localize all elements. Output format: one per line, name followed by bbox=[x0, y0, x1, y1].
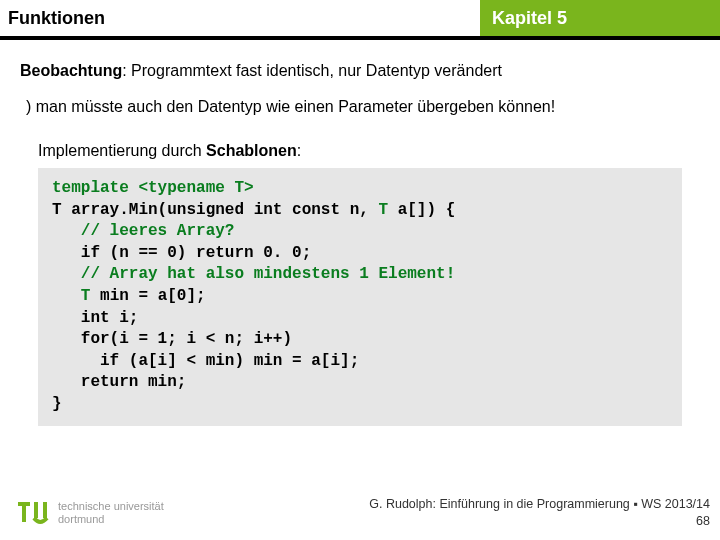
uni-line1: technische universität bbox=[58, 500, 164, 513]
code-l10: return min; bbox=[52, 373, 186, 391]
code-l3: // leeres Array? bbox=[52, 222, 234, 240]
svg-rect-1 bbox=[22, 502, 26, 522]
code-l11: } bbox=[52, 395, 62, 413]
observation-line: Beobachtung: Programmtext fast identisch… bbox=[20, 62, 700, 80]
university-logo: technische universität dortmund bbox=[16, 496, 164, 530]
code-l9: if (a[i] < min) min = a[i]; bbox=[52, 352, 359, 370]
page-number: 68 bbox=[369, 513, 710, 530]
code-l5: // Array hat also mindestens 1 Element! bbox=[52, 265, 455, 283]
code-l6b: T bbox=[81, 287, 91, 305]
header-topic: Funktionen bbox=[8, 8, 105, 29]
university-name: technische universität dortmund bbox=[58, 500, 164, 525]
code-l2a: T array.Min(unsigned int const n, bbox=[52, 201, 378, 219]
header-bar: Funktionen Kapitel 5 bbox=[0, 0, 720, 36]
tu-logo-icon bbox=[16, 496, 50, 530]
code-l6c: min = a[0]; bbox=[90, 287, 205, 305]
impl-bold: Schablonen bbox=[206, 142, 297, 159]
impl-suffix: : bbox=[297, 142, 301, 159]
code-l7: int i; bbox=[52, 309, 138, 327]
code-block: template <typename T> T array.Min(unsign… bbox=[38, 168, 682, 426]
consequence-line: ) man müsste auch den Datentyp wie einen… bbox=[20, 98, 700, 116]
svg-rect-2 bbox=[34, 502, 38, 518]
svg-rect-3 bbox=[43, 502, 47, 518]
footer: technische universität dortmund G. Rudol… bbox=[0, 496, 720, 530]
code-l4: if (n == 0) return 0. 0; bbox=[52, 244, 311, 262]
code-l1: template <typename T> bbox=[52, 179, 254, 197]
credit-line: G. Rudolph: Einführung in die Programmie… bbox=[369, 496, 710, 513]
footer-credit: G. Rudolph: Einführung in die Programmie… bbox=[369, 496, 710, 530]
header-left: Funktionen bbox=[0, 0, 480, 36]
implementation-label: Implementierung durch Schablonen: bbox=[20, 142, 700, 160]
code-l2b: T bbox=[378, 201, 388, 219]
header-right: Kapitel 5 bbox=[480, 0, 720, 36]
impl-prefix: Implementierung durch bbox=[38, 142, 206, 159]
header-chapter: Kapitel 5 bbox=[492, 8, 567, 29]
observation-text: : Programmtext fast identisch, nur Daten… bbox=[122, 62, 502, 79]
code-l6a bbox=[52, 287, 81, 305]
code-l8: for(i = 1; i < n; i++) bbox=[52, 330, 292, 348]
observation-label: Beobachtung bbox=[20, 62, 122, 79]
code-l2c: a[]) { bbox=[388, 201, 455, 219]
slide-content: Beobachtung: Programmtext fast identisch… bbox=[0, 40, 720, 426]
uni-line2: dortmund bbox=[58, 513, 164, 526]
